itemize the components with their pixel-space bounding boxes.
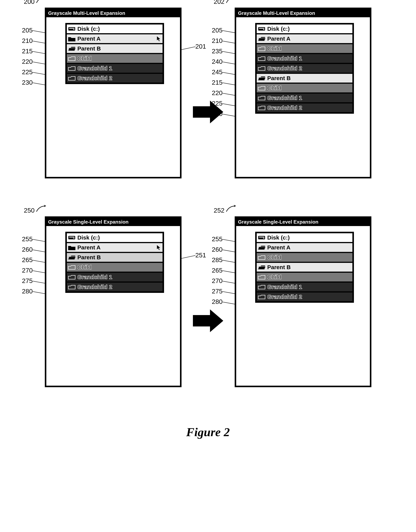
ref-number: 255: [22, 235, 33, 243]
tree-row[interactable]: Parent B: [66, 44, 163, 54]
ref-number: 205: [212, 27, 223, 34]
ref-number: 285: [212, 256, 223, 264]
tree-view: Disk (c:)Parent AChildParent BChildGrand…: [255, 232, 354, 303]
ref-number: 280: [212, 298, 223, 305]
tree-row[interactable]: Parent B: [256, 73, 353, 83]
tree-row[interactable]: Grandchild 1: [66, 63, 163, 73]
tree-row[interactable]: Grandchild 2: [256, 292, 353, 302]
ref-number: 260: [212, 246, 223, 253]
ref-number: 215: [22, 48, 33, 55]
tree-row[interactable]: Grandchild 2: [66, 73, 163, 83]
disk-icon: [258, 235, 265, 240]
tree-view: Disk (c:)Parent AParent BChildGrandchild…: [65, 232, 164, 293]
tree-row-label: Child: [267, 274, 281, 280]
tree-row[interactable]: Child: [256, 272, 353, 282]
ref-number: 252: [214, 207, 225, 214]
folder-outline-icon: [258, 66, 265, 71]
folder-open-icon: [258, 75, 265, 81]
ref-number: 245: [212, 68, 223, 76]
tree-row[interactable]: Parent A: [66, 243, 163, 252]
tree-row[interactable]: Parent A: [256, 243, 353, 252]
ref-number: 280: [22, 287, 33, 295]
single-after-panel: Grayscale Single-Level Expansion Disk (c…: [235, 216, 371, 387]
tree-row[interactable]: Grandchild 2: [256, 63, 353, 73]
folder-outline-icon: [68, 66, 76, 71]
tree-row-label: Parent B: [77, 45, 101, 52]
figure-caption: Figure 2: [8, 425, 408, 439]
tree-row[interactable]: Child: [256, 252, 353, 262]
folder-outline-icon: [68, 56, 76, 61]
tree-row[interactable]: Disk (c:): [66, 233, 163, 243]
ref-number: 275: [22, 277, 33, 285]
tree-row[interactable]: Child: [66, 54, 163, 63]
window-title: Grayscale Multi-Level Expansion: [46, 9, 180, 17]
tree-row[interactable]: Grandchild 1: [66, 272, 163, 282]
multi-before-wrap: 200 205 210 215 220 225 230 201 Grayscal…: [45, 8, 182, 178]
ref-number: 215: [212, 79, 223, 86]
tree-row-label: Child: [267, 254, 281, 261]
ref-number: 225: [22, 68, 33, 76]
folder-outline-icon: [258, 85, 265, 91]
tree-row-label: Parent B: [77, 254, 101, 261]
tree-row-label: Child: [267, 45, 281, 52]
tree-row-label: Disk (c:): [77, 234, 100, 241]
tree-row[interactable]: Child: [256, 83, 353, 93]
tree-row-label: Disk (c:): [77, 26, 100, 32]
tree-row-label: Grandchild 2: [267, 65, 302, 72]
tree-row-label: Grandchild 1: [267, 95, 302, 101]
folder-open-icon: [68, 46, 76, 51]
tree-row[interactable]: Disk (c:): [256, 24, 353, 34]
tree-row[interactable]: Child: [66, 262, 163, 272]
tree-row-label: Parent A: [77, 244, 101, 251]
ref-number: 265: [22, 256, 33, 264]
folder-open-icon: [258, 264, 265, 270]
tree-row[interactable]: Grandchild 1: [256, 282, 353, 292]
tree-row-label: Child: [77, 55, 92, 62]
tree-row[interactable]: Grandchild 2: [256, 103, 353, 113]
ref-number: 210: [22, 37, 33, 44]
tree-view: Disk (c:)Parent AChildGrandchild 1Grandc…: [255, 23, 354, 114]
cursor-icon: [157, 36, 161, 41]
tree-row-label: Grandchild 1: [267, 55, 302, 62]
disk-icon: [258, 26, 265, 32]
tree-row[interactable]: Grandchild 1: [256, 93, 353, 103]
folder-open-icon: [258, 245, 265, 250]
tree-row[interactable]: Grandchild 1: [256, 54, 353, 63]
tree-row[interactable]: Disk (c:): [66, 24, 163, 34]
ref-number: 210: [212, 37, 223, 44]
tree-row[interactable]: Disk (c:): [256, 233, 353, 243]
folder-outline-icon: [258, 284, 265, 290]
hook-ref: 250: [24, 205, 48, 214]
tree-row[interactable]: Grandchild 2: [66, 282, 163, 292]
hook-ref: 202: [214, 0, 238, 5]
tree-row-label: Child: [267, 85, 281, 91]
folder-outline-icon: [258, 255, 265, 260]
folder-outline-icon: [258, 274, 265, 280]
ref-number: 200: [24, 0, 35, 5]
folder-outline-icon: [258, 56, 265, 61]
ref-number: 265: [212, 267, 223, 274]
tree-row-label: Grandchild 2: [267, 294, 302, 300]
ref-number: 220: [212, 89, 223, 97]
tree-row[interactable]: Parent B: [66, 252, 163, 262]
tree-row[interactable]: Child: [256, 44, 353, 54]
tree-row[interactable]: Parent A: [66, 34, 163, 44]
tree-row[interactable]: Parent A: [256, 34, 353, 44]
ref-number: 270: [22, 267, 33, 274]
single-level-section: 250 255 260 265 270 275 280 251 Grayscal…: [8, 216, 408, 387]
ref-number: 225: [212, 100, 223, 107]
tree-row-label: Grandchild 1: [77, 274, 112, 280]
folder-closed-icon: [68, 36, 76, 42]
ref-number: 250: [24, 207, 35, 214]
ref-number: 270: [212, 277, 223, 285]
tree-row-label: Grandchild 2: [77, 75, 112, 81]
tree-row-label: Grandchild 1: [267, 284, 302, 290]
tree-row-label: Grandchild 2: [267, 104, 302, 111]
folder-closed-icon: [68, 245, 76, 250]
multi-after-wrap: 202 205 210 235 240 245 215 220 225 230 …: [235, 8, 371, 178]
tree-row-label: Grandchild 1: [77, 65, 112, 72]
folder-outline-icon: [258, 95, 265, 101]
folder-open-icon: [68, 255, 76, 260]
tree-row[interactable]: Parent B: [256, 262, 353, 272]
folder-outline-icon: [258, 105, 265, 111]
